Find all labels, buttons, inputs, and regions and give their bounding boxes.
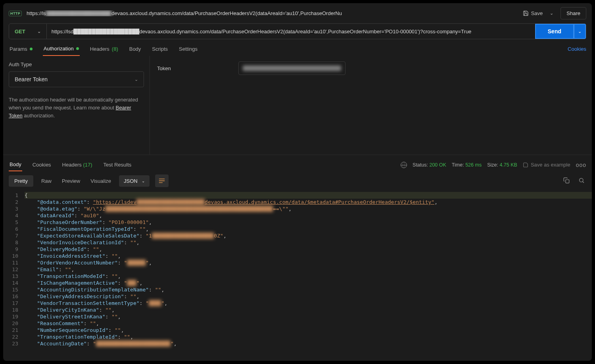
http-badge: HTTP	[9, 11, 22, 16]
token-label: Token	[157, 65, 171, 71]
token-value-masked	[243, 65, 341, 71]
send-button[interactable]: Send	[535, 24, 574, 39]
copy-icon[interactable]	[562, 176, 571, 186]
svg-point-4	[580, 178, 583, 182]
tab-title: https://ls██████████████████devaos.axclo…	[27, 10, 518, 16]
tab-request-body[interactable]: Body	[129, 42, 142, 56]
view-pretty[interactable]: Pretty	[9, 175, 33, 187]
save-as-example-button[interactable]: Save as example	[523, 162, 570, 168]
tab-response-body[interactable]: Body	[9, 158, 22, 171]
chevron-down-icon: ⌄	[142, 179, 145, 183]
cookies-link[interactable]: Cookies	[568, 46, 586, 52]
view-raw[interactable]: Raw	[39, 175, 54, 187]
response-body-code[interactable]: { "@odata.context": "https://lsdev██████…	[22, 190, 592, 361]
save-dropdown[interactable]: ⌄	[547, 11, 556, 16]
response-meta: Status: 200 OK Time: 526 ms Size: 4.75 K…	[401, 162, 586, 168]
globe-icon[interactable]	[401, 162, 407, 168]
tab-request-headers[interactable]: Headers (8)	[89, 42, 119, 56]
save-icon	[523, 10, 529, 16]
view-preview[interactable]: Preview	[60, 175, 83, 187]
token-input[interactable]	[238, 61, 345, 75]
wrap-lines-button[interactable]	[155, 174, 169, 187]
send-dropdown[interactable]: ⌄	[574, 24, 586, 39]
tab-scripts[interactable]: Scripts	[151, 42, 169, 56]
auth-help-text: The authorization header will be automat…	[9, 96, 144, 120]
share-button[interactable]: Share	[560, 7, 586, 19]
chevron-down-icon: ⌄	[134, 77, 138, 82]
chevron-down-icon: ⌄	[37, 29, 41, 34]
tab-params[interactable]: Params	[9, 42, 33, 56]
http-method-select[interactable]: GET⌄	[9, 24, 47, 39]
tab-test-results[interactable]: Test Results	[103, 159, 132, 171]
more-icon[interactable]: ooo	[576, 162, 586, 168]
url-input[interactable]	[47, 24, 535, 39]
line-gutter: 1234567891011121314151617181920212223	[3, 190, 22, 361]
svg-rect-3	[566, 180, 569, 183]
auth-type-select[interactable]: Bearer Token⌄	[9, 71, 144, 87]
tab-response-cookies[interactable]: Cookies	[32, 159, 52, 171]
svg-line-5	[583, 182, 584, 183]
search-icon[interactable]	[577, 176, 586, 186]
view-visualize[interactable]: Visualize	[88, 175, 113, 187]
format-select[interactable]: JSON⌄	[119, 175, 150, 187]
save-button[interactable]: Save	[523, 10, 543, 16]
auth-type-label: Auth Type	[9, 61, 144, 67]
tab-authorization[interactable]: Authorization	[43, 42, 80, 56]
tab-settings[interactable]: Settings	[178, 42, 198, 56]
dot-indicator	[76, 47, 79, 50]
save-icon	[523, 162, 528, 168]
tab-response-headers[interactable]: Headers (17)	[61, 159, 93, 171]
dot-indicator	[30, 48, 33, 50]
